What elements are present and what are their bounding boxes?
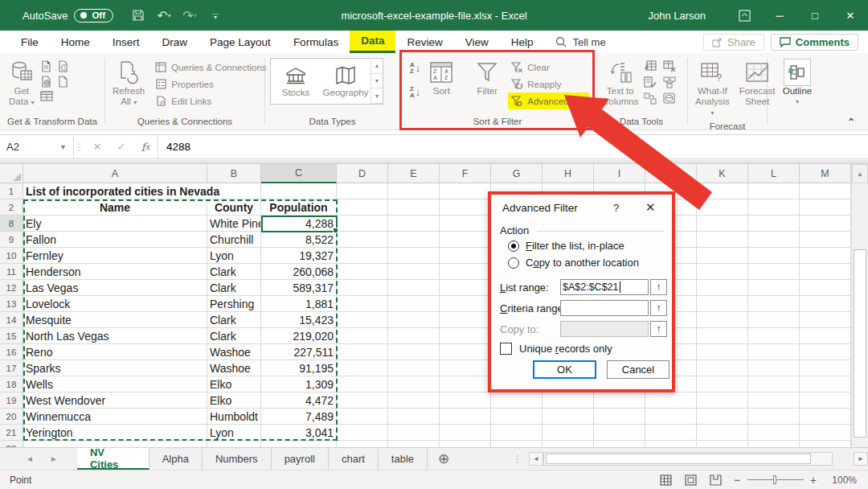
- vscroll-thumb[interactable]: [854, 249, 866, 438]
- cell-C12[interactable]: 589,317: [261, 280, 337, 296]
- empty-cells-21[interactable]: [337, 425, 868, 441]
- cell-C9[interactable]: 8,522: [261, 232, 337, 248]
- zoom-percentage[interactable]: 100%: [828, 475, 857, 486]
- cell-A17[interactable]: Sparks: [23, 360, 207, 376]
- sheet-nav-right-icon[interactable]: ►: [42, 448, 66, 470]
- cell-A18[interactable]: Wells: [23, 376, 207, 392]
- cell-B12[interactable]: Clark: [207, 280, 261, 296]
- share-button[interactable]: Share: [703, 34, 764, 51]
- row-header-22[interactable]: 22: [0, 441, 23, 447]
- ribbon-tab-review[interactable]: Review: [395, 31, 453, 53]
- sheet-tab-table[interactable]: table: [379, 448, 428, 470]
- row-header-14[interactable]: 14: [0, 312, 23, 328]
- cancel-button[interactable]: Cancel: [607, 360, 669, 379]
- criteria-range-picker-icon[interactable]: ↑: [650, 300, 667, 316]
- column-header-F[interactable]: F: [440, 164, 491, 183]
- collapse-ribbon-icon[interactable]: ⌃: [847, 117, 855, 128]
- formula-input[interactable]: 4288: [158, 135, 868, 158]
- ribbon-tab-insert[interactable]: Insert: [101, 31, 151, 53]
- column-header-B[interactable]: B: [207, 164, 261, 183]
- cell-A9[interactable]: Fallon: [23, 232, 207, 248]
- confirm-entry-icon[interactable]: ✓: [109, 135, 133, 158]
- column-header-M[interactable]: M: [800, 164, 851, 183]
- radio-filter-in-place[interactable]: Filter the list, in-place: [508, 240, 624, 252]
- cell-B20[interactable]: Humboldt: [207, 409, 261, 425]
- cell-A20[interactable]: Winnemucca: [23, 409, 207, 425]
- row-header-13[interactable]: 13: [0, 296, 23, 312]
- cell-B21[interactable]: Lyon: [207, 425, 261, 441]
- autosave-toggle[interactable]: Off: [74, 9, 113, 23]
- dialog-close-icon[interactable]: ✕: [645, 200, 656, 215]
- reapply-filter-item[interactable]: Reapply: [508, 76, 589, 92]
- sheet-tab-numbers[interactable]: Numbers: [203, 448, 272, 470]
- name-box-dropdown-icon[interactable]: ▼: [59, 143, 67, 151]
- cell-B22[interactable]: [207, 441, 261, 447]
- cell-A15[interactable]: North Las Vegas: [23, 328, 207, 344]
- column-header-D[interactable]: D: [337, 164, 388, 183]
- unique-records-checkbox[interactable]: Unique records only: [500, 343, 612, 355]
- ok-button[interactable]: OK: [533, 360, 596, 379]
- from-text-file-icon[interactable]: [40, 60, 53, 72]
- cell-A1[interactable]: List of incorporated cities in Nevada: [23, 183, 261, 199]
- edit-links-item[interactable]: Edit Links: [152, 92, 268, 109]
- radio-unselected-icon[interactable]: [508, 257, 519, 269]
- row-header-11[interactable]: 11: [0, 264, 23, 280]
- horizontal-scrollbar[interactable]: ◄ ►: [529, 448, 868, 470]
- row-header-10[interactable]: 10: [0, 248, 23, 264]
- cell-A11[interactable]: Henderson: [23, 264, 207, 280]
- get-data-button[interactable]: GetData ▾: [6, 57, 37, 109]
- ribbon-tab-file[interactable]: File: [10, 31, 50, 53]
- tabbar-splitter[interactable]: ⋮: [512, 448, 522, 470]
- cell-C2[interactable]: Population: [261, 199, 337, 216]
- scroll-left-icon[interactable]: ◄: [529, 452, 543, 466]
- cell-C8[interactable]: 4,288: [261, 216, 337, 232]
- cell-B18[interactable]: Elko: [207, 376, 261, 392]
- cell-C19[interactable]: 4,472: [261, 392, 337, 409]
- criteria-range-input[interactable]: [560, 300, 649, 316]
- comments-button[interactable]: Comments: [771, 34, 858, 51]
- zoom-slider-thumb[interactable]: [773, 475, 776, 484]
- row-header-20[interactable]: 20: [0, 409, 23, 425]
- refresh-all-button[interactable]: RefreshAll ▾: [110, 57, 147, 109]
- ribbon-tab-view[interactable]: View: [454, 31, 500, 53]
- column-header-H[interactable]: H: [542, 164, 594, 183]
- column-header-E[interactable]: E: [388, 164, 440, 183]
- scroll-up-icon[interactable]: ▲: [852, 164, 868, 183]
- radio-copy-to-location[interactable]: Copy to another location: [508, 257, 639, 269]
- properties-item[interactable]: Properties: [152, 76, 268, 92]
- page-layout-view-icon[interactable]: [684, 473, 698, 487]
- sheet-tab-nv-cities[interactable]: NV Cities: [77, 448, 149, 470]
- gallery-up-icon[interactable]: ▲: [371, 59, 383, 74]
- close-button[interactable]: ✕: [833, 0, 868, 31]
- cell-C16[interactable]: 227,511: [261, 344, 337, 360]
- zoom-slider[interactable]: [747, 479, 804, 480]
- cell-B15[interactable]: Clark: [207, 328, 261, 344]
- row-header-9[interactable]: 9: [0, 232, 23, 248]
- redo-icon[interactable]: ↷▾: [182, 8, 197, 23]
- row-header-12[interactable]: 12: [0, 280, 23, 296]
- ribbon-tab-home[interactable]: Home: [50, 31, 101, 53]
- column-header-G[interactable]: G: [491, 164, 542, 183]
- cancel-entry-icon[interactable]: ✕: [85, 135, 109, 158]
- ribbon-tab-help[interactable]: Help: [500, 31, 545, 53]
- cell-B2[interactable]: County: [207, 199, 261, 216]
- row-header-16[interactable]: 16: [0, 344, 23, 360]
- empty-cells-22[interactable]: [337, 441, 868, 447]
- new-sheet-icon[interactable]: ⊕: [428, 448, 460, 470]
- cell-C22[interactable]: [261, 441, 337, 447]
- cell-B9[interactable]: Churchill: [207, 232, 261, 248]
- cell-A14[interactable]: Mesquite: [23, 312, 207, 328]
- cell-A16[interactable]: Reno: [23, 344, 207, 360]
- filter-button[interactable]: Filter: [473, 57, 502, 98]
- text-to-columns-button[interactable]: Text toColumns: [600, 57, 641, 109]
- cell-C11[interactable]: 260,068: [261, 264, 337, 280]
- gallery-scroll[interactable]: ▲ ▼ ▼: [371, 59, 383, 104]
- row-header-8[interactable]: 8: [0, 216, 23, 232]
- vertical-scrollbar[interactable]: ▲: [851, 164, 868, 447]
- cell-A8[interactable]: Ely: [23, 216, 207, 232]
- autosave-control[interactable]: AutoSave Off: [23, 9, 113, 23]
- row-header-2[interactable]: 2: [0, 199, 23, 216]
- queries-connections-item[interactable]: Queries & Connections: [152, 59, 268, 76]
- row-header-15[interactable]: 15: [0, 328, 23, 344]
- cell-C15[interactable]: 219,020: [261, 328, 337, 344]
